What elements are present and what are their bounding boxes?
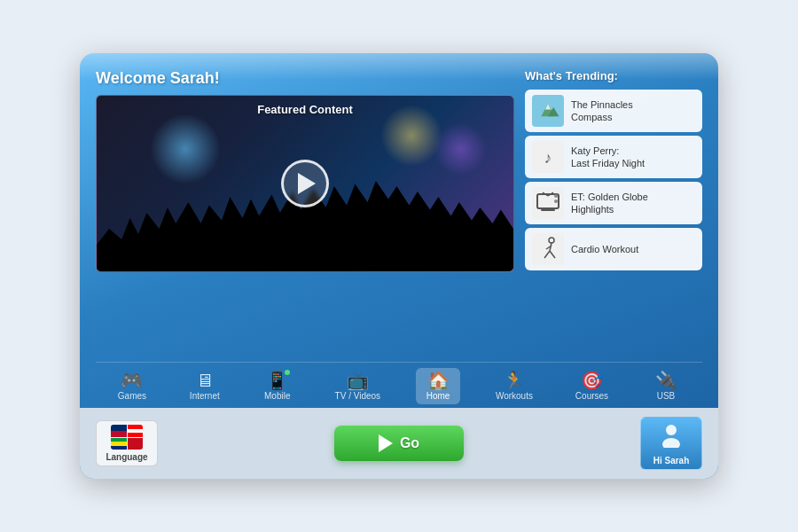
svg-point-9 <box>554 194 558 198</box>
flag-canada <box>128 425 144 437</box>
trending-item-1[interactable]: The PinnaclesCompass <box>525 90 702 132</box>
profile-button[interactable]: Hi Sarah <box>640 417 702 470</box>
mobile-dot <box>285 370 290 375</box>
internet-icon: 🖥 <box>196 372 214 389</box>
mountain-icon <box>536 98 560 123</box>
profile-label: Hi Sarah <box>653 456 690 466</box>
trending-thumb-4 <box>532 233 564 265</box>
nav-workouts[interactable]: 🏃 Workouts <box>489 368 540 404</box>
svg-rect-8 <box>541 209 555 211</box>
svg-point-20 <box>662 438 680 448</box>
go-button[interactable]: Go <box>334 426 464 461</box>
svg-point-10 <box>554 200 558 203</box>
trending-item-3[interactable]: ET: Golden GlobeHighlights <box>525 182 702 224</box>
play-button[interactable] <box>281 160 329 207</box>
bottom-bar: Language Go Hi Sarah <box>80 408 718 479</box>
home-icon: 🏠 <box>427 372 450 389</box>
trending-title: What's Trending: <box>525 69 702 82</box>
welcome-title: Welcome Sarah! <box>96 69 514 88</box>
flag-grid <box>111 425 143 450</box>
nav-courses-label: Courses <box>575 391 608 401</box>
nav-workouts-label: Workouts <box>496 391 533 401</box>
nav-home[interactable]: 🏠 Home <box>416 368 460 404</box>
light-purple <box>434 122 487 176</box>
nav-usb-label: USB <box>657 391 676 401</box>
tv-videos-icon: 📺 <box>347 372 369 389</box>
trending-thumb-2: ♪ <box>532 141 564 173</box>
games-icon: 🎮 <box>121 372 143 389</box>
profile-avatar-icon <box>658 421 685 448</box>
mobile-icon-wrap: 📱 <box>266 372 288 389</box>
left-panel: Welcome Sarah! Featured Content <box>96 69 514 353</box>
flag-brazil <box>111 438 127 450</box>
courses-icon: 🎯 <box>581 372 603 389</box>
svg-point-19 <box>666 425 677 435</box>
nav-home-label: Home <box>426 391 450 401</box>
trending-item-4[interactable]: Cardio Workout <box>525 228 702 270</box>
trending-text-2: Katy Perry:Last Friday Night <box>571 145 645 170</box>
nav-tv-label: TV / Videos <box>335 391 381 401</box>
trending-list: The PinnaclesCompass ♪ Katy Perry:Last F… <box>525 90 702 353</box>
main-content-area: Welcome Sarah! Featured Content What's T… <box>96 69 702 353</box>
nav-bar: 🎮 Games 🖥 Internet 📱 Mobile 📺 TV / Video… <box>96 362 702 408</box>
trending-item-2[interactable]: ♪ Katy Perry:Last Friday Night <box>525 136 702 178</box>
flag-us <box>111 425 127 437</box>
nav-internet[interactable]: 🖥 Internet <box>183 368 227 404</box>
trending-text-4: Cardio Workout <box>571 243 638 255</box>
usb-icon: 🔌 <box>655 372 677 389</box>
nav-courses[interactable]: 🎯 Courses <box>568 368 615 404</box>
trending-panel: What's Trending: The PinnaclesCompass <box>525 69 702 353</box>
language-label: Language <box>106 452 147 462</box>
main-app-container: Welcome Sarah! Featured Content What's T… <box>80 53 718 479</box>
profile-icon <box>658 421 685 453</box>
workout-icon <box>532 233 564 265</box>
go-label: Go <box>400 435 419 451</box>
light-blue <box>150 113 221 184</box>
nav-mobile[interactable]: 📱 Mobile <box>255 368 300 404</box>
nav-tv-videos[interactable]: 📺 TV / Videos <box>328 368 388 404</box>
svg-rect-13 <box>532 233 564 265</box>
trending-thumb-3 <box>532 187 564 219</box>
featured-label: Featured Content <box>257 103 353 116</box>
language-button[interactable]: Language <box>96 420 158 466</box>
music-icon: ♪ <box>532 141 564 173</box>
nav-internet-label: Internet <box>190 391 220 401</box>
video-player[interactable]: Featured Content <box>96 95 514 272</box>
nav-usb[interactable]: 🔌 USB <box>644 368 688 404</box>
workouts-icon: 🏃 <box>503 372 525 389</box>
light-yellow <box>380 105 442 167</box>
nav-games-label: Games <box>118 391 146 401</box>
nav-games[interactable]: 🎮 Games <box>110 368 154 404</box>
svg-text:♪: ♪ <box>544 149 552 167</box>
flag-spain <box>128 438 144 450</box>
play-triangle-icon <box>298 173 316 194</box>
trending-text-1: The PinnaclesCompass <box>571 98 633 124</box>
go-arrow-icon <box>379 434 393 452</box>
nav-mobile-label: Mobile <box>264 391 290 401</box>
trending-thumb-1 <box>532 95 564 127</box>
tv-icon <box>532 187 564 219</box>
trending-text-3: ET: Golden GlobeHighlights <box>571 191 648 216</box>
